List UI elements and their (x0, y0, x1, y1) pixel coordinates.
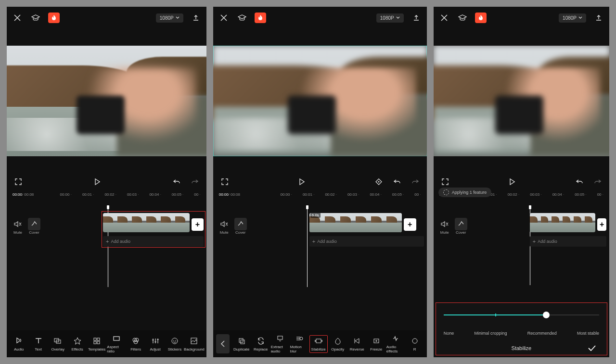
mute-label: Mute (12, 230, 24, 235)
graduation-cap-icon[interactable] (457, 12, 468, 24)
tool-reverse[interactable]: Reverse (348, 336, 366, 352)
undo-icon[interactable] (391, 176, 403, 188)
video-clip-selected[interactable]: 6.0s (309, 213, 402, 232)
tool-effects[interactable]: Effects (68, 336, 86, 352)
tool-duplicate[interactable]: Duplicate (232, 336, 251, 352)
close-icon[interactable] (218, 12, 230, 24)
flame-icon[interactable] (475, 13, 487, 23)
close-icon[interactable] (12, 12, 23, 24)
redo-icon[interactable] (592, 176, 603, 188)
export-icon[interactable] (190, 12, 202, 24)
fullscreen-icon[interactable] (219, 176, 231, 188)
mute-icon[interactable] (218, 218, 231, 230)
video-clip[interactable] (530, 213, 596, 232)
stabilize-label-recommended: Recommended (527, 331, 557, 336)
graduation-cap-icon[interactable] (30, 12, 41, 24)
video-preview[interactable] (213, 29, 427, 173)
cover-button[interactable] (28, 218, 40, 230)
tool-filters[interactable]: Filters (127, 336, 145, 352)
mute-icon[interactable] (12, 218, 24, 230)
playhead[interactable] (307, 207, 308, 287)
add-audio-label: Add audio (317, 239, 337, 244)
cover-button[interactable] (234, 218, 247, 230)
mute-icon[interactable] (438, 218, 451, 230)
tool-opacity[interactable]: Opacity (329, 336, 347, 352)
resolution-dropdown[interactable]: 1080P (559, 13, 586, 23)
tool-r[interactable]: R (406, 336, 424, 352)
tool-templates[interactable]: Templates (88, 336, 106, 352)
graduation-cap-icon[interactable] (236, 12, 248, 24)
timeline[interactable]: Mute Cover + + Add audi (7, 199, 206, 330)
play-icon[interactable] (506, 176, 518, 188)
tool-text[interactable]: Text (29, 336, 47, 352)
add-audio-button[interactable]: + Add audio (103, 236, 204, 247)
tool-label: Filters (130, 347, 141, 351)
tool-audio[interactable]: Audio (10, 336, 28, 352)
add-audio-button[interactable]: +Add audio (530, 236, 606, 247)
video-track[interactable]: + (530, 213, 606, 236)
video-track[interactable]: 6.0s + (309, 213, 424, 236)
cover-button[interactable] (455, 218, 467, 230)
duplicate-icon (237, 337, 246, 345)
play-icon[interactable] (91, 176, 103, 188)
stabilize-slider[interactable] (444, 310, 599, 321)
timeline[interactable]: Mute Cover 6.0s + +Add audio (213, 199, 427, 330)
svg-point-21 (412, 339, 417, 343)
ruler-tick: 00:04 (370, 192, 381, 197)
ruler-tick: 00 (414, 192, 421, 197)
video-clip[interactable] (103, 213, 190, 232)
svg-rect-2 (94, 338, 96, 340)
tool-stabilize[interactable]: Stabilize (309, 335, 328, 353)
undo-icon[interactable] (574, 176, 585, 188)
video-preview[interactable]: Applying 1 feature (434, 29, 609, 173)
fullscreen-icon[interactable] (13, 176, 24, 188)
add-clip-button[interactable]: + (404, 218, 416, 231)
topbar: 1080P (213, 7, 427, 29)
export-icon[interactable] (593, 12, 604, 24)
add-clip-button[interactable]: + (597, 218, 606, 231)
tool-replace[interactable]: Replace (252, 336, 270, 352)
tool-label: Freeze (370, 347, 382, 351)
topbar: 1080P (7, 7, 206, 29)
flame-icon[interactable] (255, 13, 266, 23)
tool-extract[interactable]: Extract audio (271, 333, 289, 354)
tool-motionblur[interactable]: Motion blur (290, 333, 308, 354)
tool-aspect[interactable]: Aspect ratio (107, 333, 125, 354)
resolution-dropdown[interactable]: 1080P (376, 13, 404, 23)
flame-icon[interactable] (48, 13, 60, 23)
ruler-tick: 00:02 (325, 192, 336, 197)
fullscreen-icon[interactable] (439, 176, 451, 188)
ruler-tick: 00:01 (303, 192, 314, 197)
ruler-tick: 00:00 (60, 192, 71, 197)
tool-label: Overlay (51, 347, 64, 351)
export-icon[interactable] (411, 12, 422, 24)
video-preview[interactable] (7, 29, 206, 173)
tool-audioeffects[interactable]: Audio effects (386, 333, 405, 354)
time-current: 00:00 (13, 192, 22, 197)
panel-step-1: 1080P 00:00 / (7, 7, 206, 357)
resolution-dropdown[interactable]: 1080P (156, 13, 183, 23)
toolbar-back-icon[interactable] (216, 334, 230, 353)
tool-label: Audio (14, 347, 24, 351)
tool-background[interactable]: Background (185, 336, 203, 352)
undo-icon[interactable] (171, 176, 182, 188)
redo-icon[interactable] (410, 176, 421, 188)
confirm-check-icon[interactable] (585, 343, 599, 353)
tool-overlay[interactable]: Overlay (49, 336, 67, 352)
add-audio-button[interactable]: +Add audio (309, 236, 424, 247)
redo-icon[interactable] (189, 176, 201, 188)
ruler-tick: 00:02 (104, 192, 116, 197)
play-icon[interactable] (296, 176, 308, 188)
tool-freeze[interactable]: Freeze (367, 336, 385, 352)
video-track[interactable]: + (103, 213, 204, 236)
tool-stickers[interactable]: Stickers (166, 336, 184, 352)
add-clip-button[interactable]: + (192, 218, 203, 231)
close-icon[interactable] (438, 12, 450, 24)
ruler-tick: 00:01 (82, 192, 94, 197)
keyframe-icon[interactable] (373, 176, 385, 188)
ruler-tick: 00 (194, 192, 200, 197)
motionblur-icon (295, 334, 304, 343)
transport-bar (7, 173, 206, 190)
overlay-icon (53, 337, 62, 345)
tool-adjust[interactable]: Adjust (146, 336, 164, 352)
